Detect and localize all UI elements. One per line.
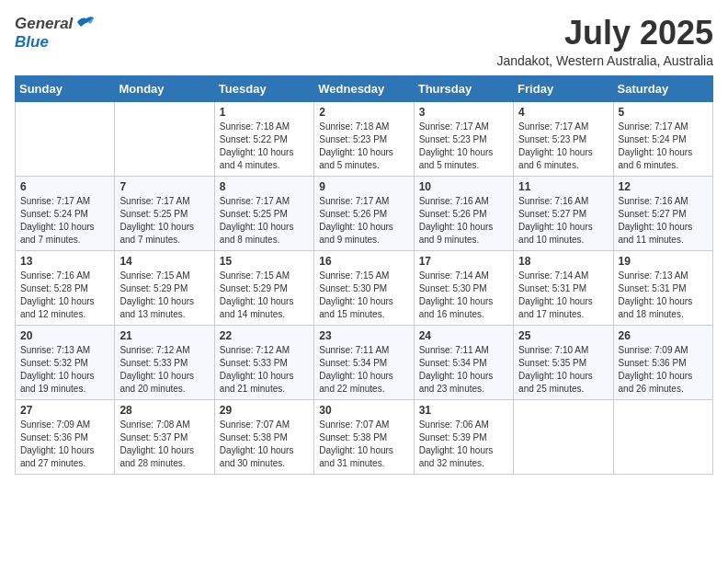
day-number: 24 [419,329,508,342]
day-number: 12 [619,180,708,193]
logo-blue: Blue [15,33,49,51]
calendar-cell: 13Sunrise: 7:16 AM Sunset: 5:28 PM Dayli… [16,250,115,325]
day-number: 2 [319,106,408,119]
day-number: 10 [419,180,508,193]
calendar-week-row: 1Sunrise: 7:18 AM Sunset: 5:22 PM Daylig… [16,101,713,176]
day-number: 4 [518,106,608,119]
day-number: 27 [20,404,109,417]
calendar-week-row: 6Sunrise: 7:17 AM Sunset: 5:24 PM Daylig… [16,176,713,250]
calendar-cell: 26Sunrise: 7:09 AM Sunset: 5:36 PM Dayli… [613,325,712,399]
calendar-week-row: 13Sunrise: 7:16 AM Sunset: 5:28 PM Dayli… [16,250,713,325]
cell-info: Sunrise: 7:17 AM Sunset: 5:26 PM Dayligh… [319,195,408,247]
cell-info: Sunrise: 7:17 AM Sunset: 5:25 PM Dayligh… [119,195,209,247]
day-header-monday: Monday [115,75,214,101]
day-number: 25 [518,329,608,342]
day-header-saturday: Saturday [613,75,712,101]
day-number: 31 [419,404,508,417]
cell-info: Sunrise: 7:15 AM Sunset: 5:29 PM Dayligh… [220,270,309,321]
calendar-cell: 24Sunrise: 7:11 AM Sunset: 5:34 PM Dayli… [414,325,513,399]
calendar-cell: 10Sunrise: 7:16 AM Sunset: 5:26 PM Dayli… [414,176,513,250]
calendar-cell: 3Sunrise: 7:17 AM Sunset: 5:23 PM Daylig… [414,101,513,176]
cell-info: Sunrise: 7:11 AM Sunset: 5:34 PM Dayligh… [419,344,508,396]
cell-info: Sunrise: 7:09 AM Sunset: 5:36 PM Dayligh… [20,419,109,470]
title-area: July 2025 Jandakot, Western Australia, A… [496,15,713,68]
calendar-cell: 7Sunrise: 7:17 AM Sunset: 5:25 PM Daylig… [115,176,214,250]
cell-info: Sunrise: 7:18 AM Sunset: 5:23 PM Dayligh… [319,121,408,172]
day-number: 8 [220,180,309,193]
calendar-cell: 19Sunrise: 7:13 AM Sunset: 5:31 PM Dayli… [613,250,712,325]
month-title: July 2025 [496,15,713,52]
logo-general: General [15,15,73,33]
day-number: 22 [220,329,309,342]
cell-info: Sunrise: 7:16 AM Sunset: 5:27 PM Dayligh… [518,195,608,247]
calendar-week-row: 27Sunrise: 7:09 AM Sunset: 5:36 PM Dayli… [16,399,713,474]
calendar-cell: 25Sunrise: 7:10 AM Sunset: 5:35 PM Dayli… [514,325,613,399]
cell-info: Sunrise: 7:07 AM Sunset: 5:38 PM Dayligh… [220,419,309,470]
day-number: 16 [319,255,408,268]
calendar-cell: 27Sunrise: 7:09 AM Sunset: 5:36 PM Dayli… [16,399,115,474]
cell-info: Sunrise: 7:13 AM Sunset: 5:31 PM Dayligh… [619,270,708,321]
calendar-cell [16,101,115,176]
calendar-cell: 30Sunrise: 7:07 AM Sunset: 5:38 PM Dayli… [314,399,414,474]
day-number: 17 [419,255,508,268]
cell-info: Sunrise: 7:16 AM Sunset: 5:27 PM Dayligh… [619,195,708,247]
day-number: 1 [220,106,309,119]
day-number: 21 [119,329,209,342]
calendar-cell: 1Sunrise: 7:18 AM Sunset: 5:22 PM Daylig… [214,101,313,176]
day-number: 23 [319,329,408,342]
cell-info: Sunrise: 7:17 AM Sunset: 5:24 PM Dayligh… [20,195,109,247]
logo: General Blue [15,15,96,52]
day-number: 29 [220,404,309,417]
day-header-tuesday: Tuesday [214,75,313,101]
day-number: 13 [20,255,109,268]
cell-info: Sunrise: 7:15 AM Sunset: 5:29 PM Dayligh… [119,270,209,321]
calendar-cell: 14Sunrise: 7:15 AM Sunset: 5:29 PM Dayli… [115,250,214,325]
day-number: 7 [119,180,209,193]
calendar-cell: 11Sunrise: 7:16 AM Sunset: 5:27 PM Dayli… [514,176,613,250]
day-header-thursday: Thursday [414,75,513,101]
day-header-friday: Friday [514,75,613,101]
page-header: General Blue July 2025 Jandakot, Western… [15,15,713,68]
cell-info: Sunrise: 7:09 AM Sunset: 5:36 PM Dayligh… [619,344,708,396]
cell-info: Sunrise: 7:17 AM Sunset: 5:23 PM Dayligh… [518,121,608,172]
calendar-cell: 2Sunrise: 7:18 AM Sunset: 5:23 PM Daylig… [314,101,414,176]
cell-info: Sunrise: 7:11 AM Sunset: 5:34 PM Dayligh… [319,344,408,396]
calendar-cell: 23Sunrise: 7:11 AM Sunset: 5:34 PM Dayli… [314,325,414,399]
cell-info: Sunrise: 7:13 AM Sunset: 5:32 PM Dayligh… [20,344,109,396]
calendar-cell: 18Sunrise: 7:14 AM Sunset: 5:31 PM Dayli… [514,250,613,325]
cell-info: Sunrise: 7:16 AM Sunset: 5:28 PM Dayligh… [20,270,109,321]
day-number: 3 [419,106,508,119]
day-number: 14 [119,255,209,268]
calendar-cell: 28Sunrise: 7:08 AM Sunset: 5:37 PM Dayli… [115,399,214,474]
day-number: 20 [20,329,109,342]
day-number: 6 [20,180,109,193]
day-number: 15 [220,255,309,268]
calendar-cell: 12Sunrise: 7:16 AM Sunset: 5:27 PM Dayli… [613,176,712,250]
day-number: 18 [518,255,608,268]
calendar-cell: 5Sunrise: 7:17 AM Sunset: 5:24 PM Daylig… [613,101,712,176]
calendar-cell: 17Sunrise: 7:14 AM Sunset: 5:30 PM Dayli… [414,250,513,325]
cell-info: Sunrise: 7:12 AM Sunset: 5:33 PM Dayligh… [119,344,209,396]
calendar-cell: 21Sunrise: 7:12 AM Sunset: 5:33 PM Dayli… [115,325,214,399]
cell-info: Sunrise: 7:12 AM Sunset: 5:33 PM Dayligh… [220,344,309,396]
calendar-cell: 9Sunrise: 7:17 AM Sunset: 5:26 PM Daylig… [314,176,414,250]
calendar-cell: 29Sunrise: 7:07 AM Sunset: 5:38 PM Dayli… [214,399,313,474]
logo-bird-icon [75,15,96,33]
calendar-cell: 31Sunrise: 7:06 AM Sunset: 5:39 PM Dayli… [414,399,513,474]
cell-info: Sunrise: 7:17 AM Sunset: 5:24 PM Dayligh… [619,121,708,172]
day-number: 19 [619,255,708,268]
calendar-cell [115,101,214,176]
cell-info: Sunrise: 7:07 AM Sunset: 5:38 PM Dayligh… [319,419,408,470]
location-text: Jandakot, Western Australia, Australia [496,53,713,68]
calendar-cell: 6Sunrise: 7:17 AM Sunset: 5:24 PM Daylig… [16,176,115,250]
cell-info: Sunrise: 7:10 AM Sunset: 5:35 PM Dayligh… [518,344,608,396]
calendar-cell [514,399,613,474]
calendar-cell: 15Sunrise: 7:15 AM Sunset: 5:29 PM Dayli… [214,250,313,325]
cell-info: Sunrise: 7:17 AM Sunset: 5:25 PM Dayligh… [220,195,309,247]
calendar-cell: 16Sunrise: 7:15 AM Sunset: 5:30 PM Dayli… [314,250,414,325]
day-number: 9 [319,180,408,193]
cell-info: Sunrise: 7:16 AM Sunset: 5:26 PM Dayligh… [419,195,508,247]
calendar-cell [613,399,712,474]
cell-info: Sunrise: 7:14 AM Sunset: 5:31 PM Dayligh… [518,270,608,321]
day-number: 28 [119,404,209,417]
